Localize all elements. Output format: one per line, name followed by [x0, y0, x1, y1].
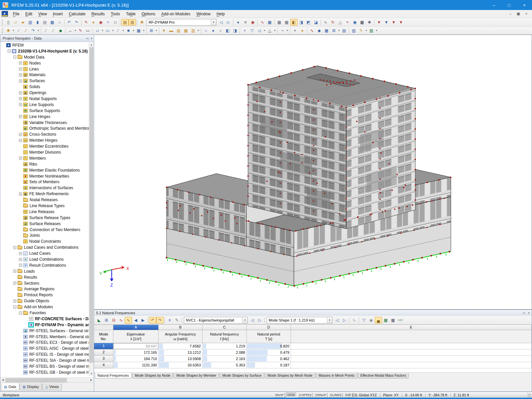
dropdown-arrow-icon[interactable]: ▼ — [365, 29, 368, 32]
dropdown-arrow-icon[interactable]: ▼ — [375, 29, 378, 32]
column-letter-B[interactable]: B — [159, 325, 202, 330]
navigator-tab-display[interactable]: ▥Display — [20, 383, 42, 390]
settings-icon[interactable]: ✱ — [366, 19, 373, 26]
tree-expander-icon[interactable]: + — [13, 270, 16, 273]
column-letter-C[interactable]: C — [202, 325, 247, 330]
tree-item-surfaces[interactable]: +◪Surfaces — [0, 78, 94, 84]
tree-expander-icon[interactable]: + — [19, 103, 22, 106]
tree-expander-icon[interactable]: − — [13, 56, 16, 59]
tree-item-openings[interactable]: +▣Openings — [0, 90, 94, 96]
tree-item-materials[interactable]: +▤Materials — [0, 72, 94, 78]
dropdown-arrow-icon[interactable]: ▼ — [337, 29, 340, 32]
menu-table[interactable]: Table — [123, 11, 139, 17]
export-graphic-icon[interactable]: ◣ — [95, 317, 103, 324]
cell-C1[interactable]: 1.219 — [202, 343, 247, 349]
tree-item-rf-steel-is-design-of-steel-mem[interactable]: ISRF-STEEL IS - Design of steel mem — [0, 351, 94, 357]
axis-z-icon[interactable]: ▽ — [248, 27, 256, 34]
mirror-icon[interactable]: △ — [336, 19, 344, 26]
scroll-right-icon[interactable]: ▶ — [89, 379, 94, 381]
dropdown-arrow-icon[interactable]: ▼ — [286, 29, 289, 32]
dropdown-arrow-icon[interactable]: ▼ — [74, 29, 77, 32]
menu-results[interactable]: Results — [88, 11, 108, 17]
tree-item-fe-mesh-refinements[interactable]: +▩FE Mesh Refinements — [0, 191, 94, 197]
prev-case-icon[interactable]: ◁ — [249, 317, 256, 324]
member-set-icon[interactable]: ∕ — [50, 27, 57, 34]
tree-expander-icon[interactable]: + — [13, 282, 16, 285]
clipboard-icon[interactable]: ▤ — [41, 19, 49, 26]
new-window-icon[interactable]: □ — [112, 19, 119, 26]
tree-item-member-nonlinearities[interactable]: ▮Member Nonlinearities — [0, 173, 94, 179]
tree-item-printout-reports[interactable]: Printout Reports — [0, 292, 94, 298]
guide-object-icon[interactable]: ¬ — [279, 27, 286, 34]
tree-expander-icon[interactable]: − — [8, 50, 11, 53]
tree-item-rf-steel-surfaces-general-stress[interactable]: ◪RF-STEEL Surfaces - General stress — [0, 328, 94, 334]
tree-item-results[interactable]: Results — [0, 274, 94, 280]
tree-expander-icon[interactable]: + — [19, 97, 22, 100]
cancel-icon[interactable]: × — [344, 19, 351, 26]
pin-icon[interactable]: ⊤ — [85, 37, 89, 40]
move-handle-icon[interactable]: + — [291, 27, 299, 34]
tree-expander-icon[interactable]: + — [19, 67, 22, 70]
result-import-4-icon[interactable]: ▼ — [397, 19, 405, 26]
coordinates-icon[interactable]: ≡ — [242, 19, 249, 26]
tree-item-rf-steel-gb-design-of-steel-mer[interactable]: GBRF-STEEL GB - Design of steel mer — [0, 369, 94, 375]
mdi-minimize-button[interactable]: – — [508, 12, 513, 16]
cell-D2[interactable]: 0.479 — [247, 349, 291, 356]
tree-item-rf-steel-bs-design-of-steel-mem[interactable]: BSRF-STEEL BS - Design of steel mem — [0, 363, 94, 369]
cell-A3[interactable]: 184.710 — [113, 356, 159, 362]
cell-C2[interactable]: 2.088 — [202, 349, 247, 356]
view-y-icon[interactable]: ◩ — [305, 19, 312, 26]
show-values-icon[interactable]: ∿ — [125, 317, 132, 324]
tree-item-sections[interactable]: +Sections — [0, 280, 94, 286]
jump-forward-icon[interactable]: ↷ — [156, 317, 164, 324]
menu-help[interactable]: Help — [213, 11, 228, 17]
tree-expander-icon[interactable]: + — [19, 133, 22, 136]
new-model-icon[interactable]: ▯ — [5, 19, 12, 26]
toolbar-grip[interactable] — [2, 20, 4, 25]
delete-row-icon[interactable]: ⊟ — [110, 317, 117, 324]
row-header-4[interactable]: 4 — [94, 362, 113, 368]
arc-tool-icon[interactable]: ↷ — [30, 27, 37, 34]
table-tab-masses-in-mesh-points[interactable]: Masses in Mesh Points — [316, 373, 357, 378]
mdi-restore-button[interactable]: ▣ — [516, 12, 521, 16]
scroll-up-icon[interactable]: ▲ — [89, 42, 94, 47]
status-toggle-grid[interactable]: GRID — [286, 393, 297, 397]
results-grid-icon[interactable]: ⊞ — [330, 27, 337, 34]
column-letter-D[interactable]: D — [247, 325, 291, 330]
select-rect-icon[interactable]: ▭ — [84, 27, 91, 34]
zoom-out-icon[interactable]: ○ — [217, 27, 224, 34]
tree-item-cross-sections[interactable]: +◫Cross-Sections — [0, 131, 94, 137]
control-panel-icon[interactable]: ▥ — [350, 27, 357, 34]
next-module-icon[interactable]: ▷ — [225, 19, 232, 26]
results-colors-icon[interactable]: ◆ — [316, 27, 323, 34]
dropdown-arrow-icon[interactable]: ▼ — [122, 29, 125, 32]
tree-expander-icon[interactable]: + — [19, 79, 22, 82]
dropdown-arrow-icon[interactable]: ▼ — [111, 29, 114, 32]
case-selector[interactable]: NVC1 - Eigenschwingungsfall▼ — [184, 317, 248, 324]
column-header-E[interactable] — [291, 330, 532, 343]
tree-item-add-on-modules[interactable]: −Add-on Modules — [0, 304, 94, 310]
show-tables-icon[interactable]: ▤ — [121, 19, 129, 26]
close-panel-icon[interactable]: × — [90, 37, 92, 40]
tree-item-solids[interactable]: ◆Solids — [0, 84, 94, 90]
drag-view-icon[interactable]: ∿ — [322, 19, 329, 26]
save-all-icon[interactable]: ▥ — [27, 19, 34, 26]
dropdown-arrow-icon[interactable]: ▼ — [197, 29, 200, 32]
cell-A1[interactable]: 58.647 — [113, 343, 159, 349]
cell-C4[interactable]: 5.353 — [202, 362, 247, 368]
toolbar-grip[interactable] — [2, 28, 4, 33]
cad-tools-icon[interactable]: ∿ — [259, 19, 266, 26]
tree-item-member-divisions[interactable]: ∕Member Divisions — [0, 149, 94, 155]
tree-item-lines[interactable]: +∕Lines — [0, 66, 94, 72]
menu-window[interactable]: Window — [194, 11, 214, 17]
scroll-left-icon[interactable]: ◀ — [0, 379, 5, 381]
cell-B4[interactable]: 33.6353 — [159, 362, 202, 368]
tree-item-line-release-types[interactable]: Line Release Types — [0, 203, 94, 209]
scrollbar-thumb[interactable] — [89, 47, 93, 363]
model-3d-view[interactable]: X Y Z — [94, 35, 531, 309]
measure-icon[interactable]: ◉ — [249, 19, 256, 26]
dropdown-arrow-icon[interactable]: ▼ — [242, 317, 247, 323]
tree-item-sets-of-members[interactable]: ▧Sets of Members — [0, 179, 94, 185]
cell-E4[interactable] — [291, 362, 532, 368]
iso-cube-icon[interactable]: ◧ — [224, 27, 231, 34]
